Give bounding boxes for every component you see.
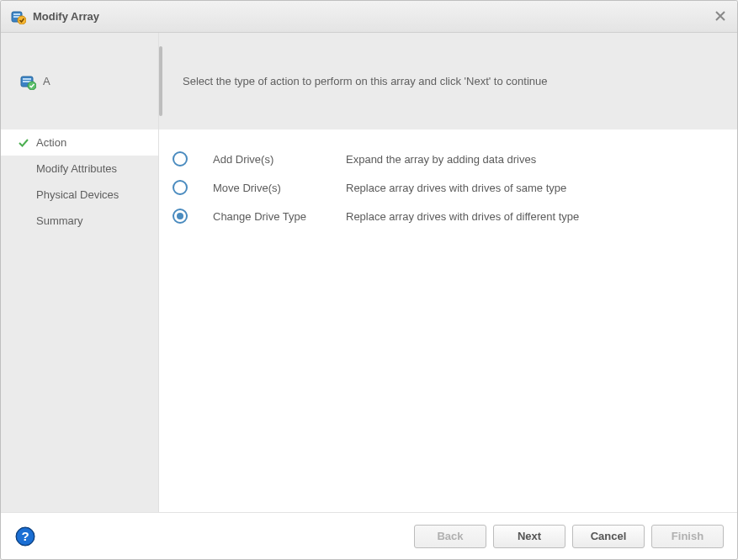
help-icon[interactable]: ? [14,526,36,547]
radio-icon[interactable] [173,209,188,224]
svg-text:?: ? [21,529,29,543]
instruction-text: Select the type of action to perform on … [183,75,547,87]
wizard-main: Select the type of action to perform on … [159,33,737,512]
svg-rect-5 [23,78,31,80]
wizard-step-modify-attributes[interactable]: Modify Attributes [1,156,158,182]
cancel-button[interactable]: Cancel [572,525,645,548]
radio-icon[interactable] [173,151,188,166]
dialog-footer: ? Back Next Cancel Finish [1,512,737,559]
instruction-bar: Select the type of action to perform on … [159,33,737,129]
option-move-drives[interactable]: Move Drive(s) Replace array drives with … [173,173,720,202]
titlebar: Modify Array [1,1,737,33]
check-icon [18,138,29,148]
option-description: Replace array drives with drives of diff… [346,210,579,223]
sidebar-header: A [1,33,158,129]
option-label: Add Drive(s) [213,153,346,166]
radio-icon[interactable] [173,180,188,195]
array-label: A [43,75,50,87]
modify-array-dialog: Modify Array A [0,0,738,560]
dialog-body: A Action Modify Attributes Physical Devi… [1,33,737,512]
wizard-step-summary[interactable]: Summary [1,208,158,234]
action-options: Add Drive(s) Expand the array by adding … [159,129,737,512]
svg-rect-1 [13,13,20,15]
dialog-title: Modify Array [33,10,715,23]
wizard-step-label: Summary [36,214,83,227]
next-button[interactable]: Next [493,525,565,548]
back-button: Back [414,525,486,548]
wizard-step-list: Action Modify Attributes Physical Device… [1,129,158,234]
wizard-step-label: Action [36,136,66,149]
option-label: Change Drive Type [213,210,346,223]
close-icon[interactable] [715,11,727,23]
wizard-step-action[interactable]: Action [1,129,158,156]
array-modify-icon [11,9,26,24]
option-description: Replace array drives with drives of same… [346,182,566,194]
finish-button: Finish [651,525,724,548]
wizard-step-label: Modify Attributes [36,162,117,175]
wizard-step-label: Physical Devices [36,188,119,201]
array-icon [19,73,36,90]
wizard-step-physical-devices[interactable]: Physical Devices [1,182,158,208]
option-change-drive-type[interactable]: Change Drive Type Replace array drives w… [173,202,720,230]
option-add-drives[interactable]: Add Drive(s) Expand the array by adding … [173,145,720,173]
option-description: Expand the array by adding data drives [346,153,536,166]
option-label: Move Drive(s) [213,182,346,194]
wizard-sidebar: A Action Modify Attributes Physical Devi… [1,33,159,512]
